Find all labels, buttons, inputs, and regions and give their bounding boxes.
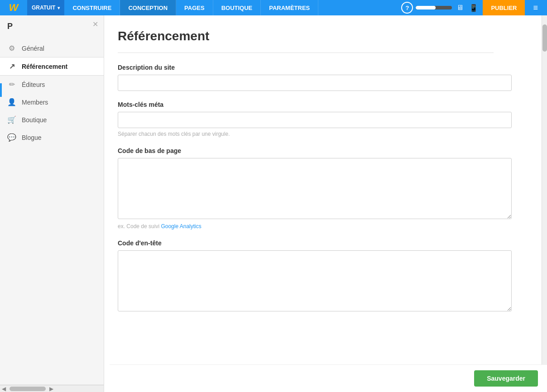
label-code-bas: Code de bas de page (118, 147, 494, 154)
content-area: Référencement Description du site Mots-c… (104, 15, 542, 392)
sidebar-item-referencement[interactable]: ↗ Référencement (0, 57, 104, 76)
publish-button[interactable]: PUBLIER (483, 0, 525, 15)
chat-icon: 💬 (7, 133, 16, 142)
scrollbar-right[interactable] (542, 15, 547, 392)
save-button[interactable]: Sauvegarder (474, 370, 538, 387)
save-bar: Sauvegarder (110, 364, 547, 392)
sidebar-label-referencement: Référencement (22, 63, 67, 70)
cart-icon: 🛒 (7, 115, 16, 124)
sidebar-label-boutique: Boutique (22, 116, 47, 124)
field-description: Description du site (118, 64, 494, 91)
device-switcher: 🖥 📱 (455, 3, 480, 13)
scroll-right-arrow[interactable]: ▶ (48, 386, 55, 392)
edit-icon: ✏ (7, 80, 16, 89)
input-motscles[interactable] (118, 112, 512, 128)
logo: W (0, 0, 27, 15)
sidebar-items: ⚙ Général ↗ Référencement ✏ Éditeurs 👤 M… (0, 39, 104, 146)
menu-icon[interactable]: ≡ (528, 3, 543, 13)
close-button[interactable]: ✕ (92, 20, 98, 29)
nav-boutique[interactable]: BOUTIQUE (213, 0, 261, 15)
label-code-entete: Code d'en-tête (118, 239, 494, 247)
desktop-icon[interactable]: 🖥 (455, 3, 465, 13)
nav-items: CONSTRUIRE CONCEPTION PAGES BOUTIQUE PAR… (64, 0, 398, 15)
nav-construire[interactable]: CONSTRUIRE (64, 0, 120, 15)
main-layout: ✕ P ⚙ Général ↗ Référencement ✏ Éditeurs… (0, 15, 547, 392)
help-button[interactable]: ? (401, 2, 413, 14)
scroll-left-arrow[interactable]: ◀ (0, 386, 8, 392)
progress-bar (416, 6, 452, 10)
plan-label: GRATUIT (32, 5, 55, 11)
scrollbar-thumb-right[interactable] (542, 24, 547, 52)
sidebar-item-general[interactable]: ⚙ Général (0, 39, 104, 57)
sidebar: ✕ P ⚙ Général ↗ Référencement ✏ Éditeurs… (0, 15, 104, 392)
textarea-code-entete[interactable] (118, 250, 512, 311)
label-description: Description du site (118, 64, 494, 71)
sidebar-page-title: P (0, 15, 104, 35)
sidebar-item-editeurs[interactable]: ✏ Éditeurs (0, 76, 104, 93)
nav-pages[interactable]: PAGES (176, 0, 213, 15)
divider (118, 53, 494, 53)
user-icon: 👤 (7, 98, 16, 106)
topnav-right: ? 🖥 📱 PUBLIER ≡ (398, 0, 547, 15)
logo-letter: W (9, 2, 19, 14)
sidebar-label-members: Members (22, 99, 48, 106)
field-code-bas: Code de bas de page ex. Code de suivi Go… (118, 147, 494, 229)
hint-code-bas: ex. Code de suivi Google Analytics (118, 223, 494, 229)
plan-button[interactable]: GRATUIT ▾ (27, 0, 64, 15)
gear-icon: ⚙ (7, 44, 16, 53)
nav-parametres[interactable]: PARAMÈTRES (261, 0, 318, 15)
progress-fill (416, 6, 436, 10)
sidebar-item-blogue[interactable]: 💬 Blogue (0, 129, 104, 146)
sidebar-label-general: Général (22, 45, 44, 52)
sidebar-label-blogue: Blogue (22, 134, 42, 141)
bottom-scrollbar: ◀ ▶ (0, 385, 104, 392)
page-title: Référencement (118, 29, 494, 43)
field-motscles: Mots-clés méta Séparer chacun des mots c… (118, 101, 494, 137)
field-code-entete: Code d'en-tête (118, 239, 494, 313)
scrollbar-thumb[interactable] (10, 387, 46, 391)
input-description[interactable] (118, 75, 512, 91)
textarea-code-bas[interactable] (118, 158, 512, 219)
hint-prefix: ex. Code de suivi (118, 223, 161, 229)
plan-chevron: ▾ (58, 5, 60, 10)
sidebar-item-boutique[interactable]: 🛒 Boutique (0, 111, 104, 129)
nav-conception[interactable]: CONCEPTION (120, 0, 176, 15)
content-inner: Référencement Description du site Mots-c… (104, 15, 512, 350)
sidebar-label-editeurs: Éditeurs (22, 81, 45, 88)
label-motscles: Mots-clés méta (118, 101, 494, 108)
sidebar-item-members[interactable]: 👤 Members (0, 93, 104, 111)
hint-motscles: Séparer chacun des mots clés par une vir… (118, 131, 494, 137)
google-analytics-link[interactable]: Google Analytics (161, 223, 201, 229)
seo-icon: ↗ (7, 62, 16, 71)
mobile-icon[interactable]: 📱 (467, 3, 480, 13)
topnav: W GRATUIT ▾ CONSTRUIRE CONCEPTION PAGES … (0, 0, 547, 15)
